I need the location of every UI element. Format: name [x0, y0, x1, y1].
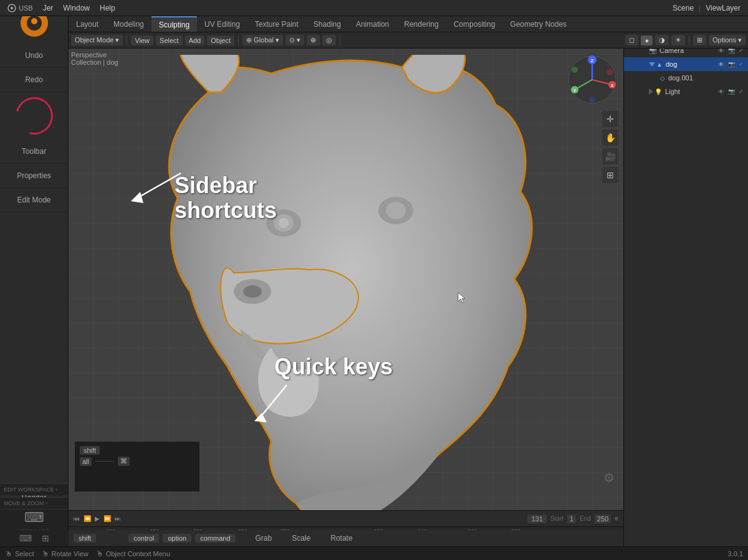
nav-gizmo-container[interactable]: Z X Y — [567, 55, 617, 105]
timeline-start-label: Start — [550, 515, 563, 522]
shift-row: shift — [80, 447, 194, 454]
shortcut-icons-panel: ⌨ ⊞ — [0, 530, 69, 546]
timeline-play-btn[interactable]: ▶ — [95, 515, 100, 522]
start-frame-input[interactable]: 1 — [567, 515, 576, 523]
dog-label: dog — [666, 60, 716, 68]
tab-sculpting[interactable]: Sculpting — [151, 16, 197, 32]
context-menu-label: Object Context Menu — [106, 550, 170, 558]
rotate-status: 🖱 Rotate View — [42, 549, 89, 558]
options-button[interactable]: Options ▾ — [709, 35, 746, 45]
move-zoom-label[interactable]: MOVE & ZOOM › — [0, 497, 68, 509]
tab-rendering[interactable]: Rendering — [396, 16, 446, 32]
viewport-shading-wire[interactable]: ◻ — [625, 35, 638, 45]
viewport-overlays[interactable]: ⊞ — [693, 35, 706, 45]
viewport-shading-material[interactable]: ◑ — [655, 35, 669, 45]
keyboard-shortcut-icon: ⌨ — [19, 533, 32, 543]
menu-jer[interactable]: Jer — [38, 2, 59, 14]
tab-layout[interactable]: Layout — [69, 16, 106, 32]
edit-workspace-label[interactable]: EDIT WORKSPACE › — [0, 483, 68, 495]
select-status-label: Select — [15, 550, 34, 558]
viewport-gear-icon[interactable]: ⚙ — [603, 470, 615, 485]
menu-window[interactable]: Window — [58, 2, 95, 14]
nav-gizmo[interactable]: Z X Y — [567, 55, 617, 105]
tab-geometry-nodes[interactable]: Geometry Nodes — [502, 16, 574, 32]
outliner-dog[interactable]: ▲ dog 👁 📷 ✓ — [624, 57, 748, 71]
light-label: Light — [665, 88, 716, 95]
shift-badge: shift — [80, 446, 100, 455]
select-status: 🖱 Select — [5, 549, 34, 558]
tab-animation[interactable]: Animation — [348, 16, 396, 32]
viewport-shading-solid[interactable]: ● — [641, 36, 653, 45]
menu-help[interactable]: Help — [95, 2, 120, 14]
sidebar-undo[interactable]: Undo — [0, 44, 68, 68]
svg-point-1 — [11, 7, 13, 9]
grab-tool-btn[interactable]: ✋ — [602, 130, 618, 146]
timeline-options-btn[interactable]: ≡ — [615, 515, 618, 522]
bottom-modifier-row: ⌨ ⊞ shift control option command Grab Sc… — [0, 530, 623, 546]
select-menu[interactable]: Select — [156, 36, 183, 45]
dog-check-btn[interactable]: ✓ — [737, 60, 746, 69]
grab-action: Grab — [256, 534, 272, 543]
dog-visibility-btn[interactable]: 👁 — [717, 60, 726, 69]
svg-point-28 — [572, 67, 578, 73]
end-frame-input[interactable]: 250 — [595, 515, 611, 523]
command-key: command — [195, 534, 235, 543]
grid-view-btn[interactable]: ⊞ — [602, 167, 618, 183]
outliner-dog001[interactable]: ◇ dog.001 — [624, 71, 748, 85]
timeline-icon: ⏮ — [74, 515, 80, 522]
context-menu-status: 🖱 Object Context Menu — [96, 549, 170, 558]
outliner-light[interactable]: 💡 Light 👁 📷 ✓ — [624, 85, 748, 98]
main-viewport[interactable]: Perspective Collection | dog — [69, 49, 623, 510]
light-render-btn[interactable]: 📷 — [727, 87, 736, 96]
light-visibility-btn[interactable]: 👁 — [717, 87, 726, 96]
pivot-selector[interactable]: ⊙ ▾ — [285, 35, 304, 45]
expand-light-icon — [649, 88, 653, 95]
keys-row: all ⌘ — [80, 457, 194, 466]
light-actions: 👁 📷 ✓ — [717, 87, 746, 96]
quick-keys-shortcut-icon: ⊞ — [42, 533, 49, 543]
light-icon: 💡 — [654, 88, 662, 95]
tab-shading[interactable]: Shading — [306, 16, 348, 32]
mesh-icon: ▲ — [656, 61, 663, 68]
proportional-toggle[interactable]: ◎ — [322, 35, 336, 45]
sidebar-properties[interactable]: Properties — [0, 164, 68, 188]
middle-click-icon: 🖱 — [42, 549, 49, 558]
viewport-tools-right: ✛ ✋ 🎥 ⊞ — [602, 111, 618, 183]
mesh-data-icon: ◇ — [660, 75, 665, 82]
viewport-shading-rendered[interactable]: ☀ — [671, 35, 685, 45]
current-frame-display[interactable]: 131 — [527, 515, 546, 523]
usb-label: USB — [19, 4, 33, 12]
collection-dog-label: Collection | dog — [71, 59, 118, 66]
collapse-dog-icon — [649, 62, 655, 67]
svg-text:Y: Y — [573, 88, 577, 93]
all-badge: all — [80, 457, 92, 466]
camera-view-btn[interactable]: 🎥 — [602, 148, 618, 164]
light-check-btn[interactable]: ✓ — [737, 87, 746, 96]
add-menu[interactable]: Add — [185, 36, 205, 45]
sidebar-edit-mode[interactable]: Edit Mode — [0, 188, 68, 212]
svg-point-11 — [386, 202, 406, 219]
timeline-prev-btn[interactable]: ⏪ — [84, 515, 91, 522]
tab-uv-editing[interactable]: UV Editing — [197, 16, 247, 32]
transform-selector[interactable]: ⊕ Global ▾ — [242, 35, 283, 45]
separator3 — [340, 36, 340, 45]
select-tool-btn[interactable]: ✛ — [602, 111, 618, 127]
snap-toggle[interactable]: ⊕ — [307, 35, 320, 45]
tab-modeling[interactable]: Modeling — [106, 16, 151, 32]
tab-compositing[interactable]: Compositing — [446, 16, 503, 32]
viewlayer-label: ViewLayer — [701, 2, 746, 14]
shift-key: shift — [74, 534, 96, 543]
timeline-end-btn[interactable]: ⏭ — [115, 515, 121, 522]
sidebar-redo[interactable]: Redo — [0, 68, 68, 92]
viewport-breadcrumb: Perspective Collection | dog — [71, 51, 118, 66]
mode-selector[interactable]: Object Mode ▾ — [71, 35, 123, 45]
tab-texture-paint[interactable]: Texture Paint — [247, 16, 306, 32]
usb-indicator: USB — [2, 2, 38, 14]
scale-action: Scale — [292, 534, 310, 543]
dog001-label: dog.001 — [668, 74, 746, 82]
object-menu[interactable]: Object — [207, 36, 234, 45]
dog-render-btn[interactable]: 📷 — [727, 60, 736, 69]
timeline-next-btn[interactable]: ⏩ — [103, 515, 111, 522]
view-menu[interactable]: View — [131, 36, 153, 45]
sidebar-toolbar[interactable]: Toolbar — [0, 140, 68, 164]
